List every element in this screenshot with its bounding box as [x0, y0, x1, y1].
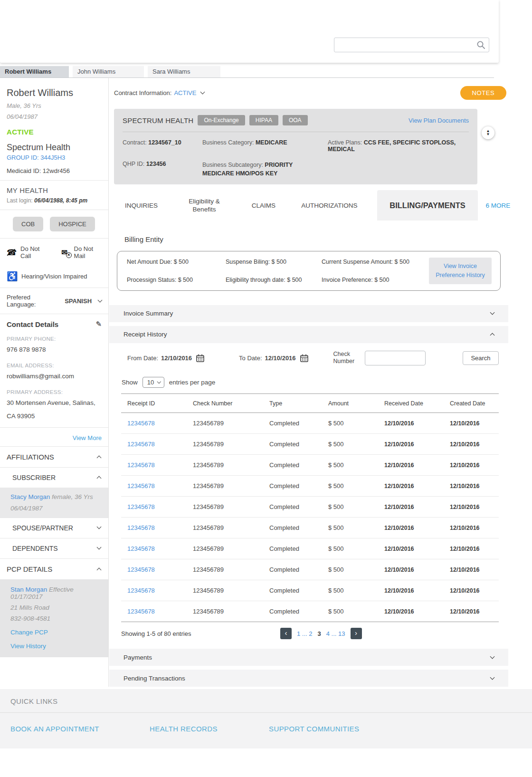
to-date-field[interactable]: To Date: 12/10/2016	[239, 354, 308, 362]
tab-6-more[interactable]: 6 MORE	[478, 190, 518, 221]
type-cell: Completed	[269, 461, 328, 469]
pcp-details-header[interactable]: PCP DETAILS	[0, 558, 108, 579]
page-links-right[interactable]: 4 ... 13	[326, 630, 345, 637]
from-date-value: 12/10/2016	[161, 355, 192, 362]
receipt-id-link[interactable]: 12345678	[127, 545, 193, 552]
group-id-link[interactable]: GROUP ID: 344J5H3	[7, 154, 102, 161]
edit-contact-icon[interactable]: ✎	[95, 320, 102, 328]
calendar-icon[interactable]	[196, 354, 204, 362]
tab-authorizations[interactable]: AUTHORIZATIONS	[292, 190, 367, 221]
expand-collapse-button[interactable]: ▲ ▼	[482, 126, 494, 139]
receipt-id-link[interactable]: 12345678	[127, 461, 193, 469]
view-history-link[interactable]: View History	[10, 643, 102, 650]
receipt-id-link[interactable]: 12345678	[127, 503, 193, 510]
affiliations-header[interactable]: AFFILIATIONS	[0, 446, 108, 467]
table-row: 12345678123456789Completed$ 50012/10/201…	[121, 518, 499, 538]
subscriber-header[interactable]: SUBSCRIBER	[0, 467, 108, 488]
receipt-id-link[interactable]: 12345678	[127, 524, 193, 531]
next-page-button[interactable]: ›	[351, 628, 362, 639]
member-status: ACTIVE	[7, 128, 102, 136]
receipt-table: Receipt ID Check Number Type Amount Rece…	[121, 393, 499, 645]
divider	[0, 314, 108, 314]
search-input[interactable]	[334, 38, 489, 52]
field-business-subcategory: Business Subcategory: PRIORITY MEDICARE …	[202, 161, 321, 178]
receipt-id-link[interactable]: 12345678	[127, 566, 193, 573]
view-invoice-preference-history-button[interactable]: View Invoice Preference History	[429, 258, 492, 284]
pagination: ‹ 1 ... 2 3 4 ... 13 ›	[280, 628, 362, 639]
check-number-cell: 123456789	[193, 524, 269, 531]
field-label: Contract:	[123, 139, 147, 146]
created-date-cell: 12/10/2016	[450, 546, 499, 552]
receipt-search-button[interactable]: Search	[463, 351, 499, 365]
tab-billing-payments[interactable]: BILLING/PAYMENTS	[377, 190, 478, 221]
net-amount-due: Net Amount Due: $ 500	[127, 259, 226, 265]
pcp-phone: 832-908-4581	[10, 615, 102, 622]
divider	[0, 180, 108, 181]
created-date-cell: 12/10/2016	[450, 525, 499, 531]
pending-transactions-accordion[interactable]: Pending Transactions	[109, 670, 508, 687]
preferred-language-dropdown[interactable]: Prefered Language: SPANISH	[7, 294, 102, 308]
from-date-field[interactable]: From Date: 12/10/2016	[127, 354, 204, 362]
subscriber-name-link[interactable]: Stacy Morgan	[10, 493, 50, 500]
created-date-cell: 12/10/2016	[450, 566, 499, 573]
receipt-id-link[interactable]: 12345678	[127, 420, 193, 427]
tab-inquiries[interactable]: INQUIRIES	[109, 190, 173, 221]
current-page: 3	[318, 630, 321, 637]
member-tab-robert-williams[interactable]: Robert Williams	[0, 66, 69, 77]
receipt-id-link[interactable]: 12345678	[127, 441, 193, 448]
chevron-down-icon	[490, 675, 495, 680]
amount-cell: $ 500	[328, 461, 384, 469]
prev-page-button[interactable]: ‹	[280, 628, 292, 639]
member-tab-john-williams[interactable]: John Williams	[73, 66, 144, 77]
type-cell: Completed	[269, 420, 328, 427]
receipt-id-link[interactable]: 12345678	[127, 587, 193, 594]
field-value: 1234567_10	[148, 139, 181, 146]
check-number-cell: 123456789	[193, 587, 269, 594]
spouse-partner-header[interactable]: SPOUSE/PARTNER	[0, 518, 108, 538]
change-pcp-link[interactable]: Change PCP	[10, 629, 102, 636]
notes-button[interactable]: NOTES	[460, 86, 506, 100]
impaired-label: Hearing/Vision Impaired	[21, 273, 87, 280]
view-plan-documents-link[interactable]: View Plan Documents	[408, 117, 469, 124]
invoice-summary-accordion[interactable]: Invoice Summary	[109, 305, 508, 322]
contact-details-title: Contact Details	[7, 320, 58, 328]
hospice-button[interactable]: HOSPICE	[50, 217, 95, 231]
view-more-link[interactable]: View More	[0, 433, 108, 441]
health-records-link[interactable]: HEALTH RECORDS	[150, 725, 218, 733]
received-date-cell: 12/10/2016	[384, 441, 450, 448]
type-cell: Completed	[269, 441, 328, 448]
support-communities-link[interactable]: SUPPORT COMMUNITIES	[269, 725, 359, 733]
chevron-down-icon	[490, 310, 495, 315]
member-tab-sara-williams[interactable]: Sara Williams	[148, 66, 220, 77]
type-cell: Completed	[269, 524, 328, 531]
page-links-left[interactable]: 1 ... 2	[297, 630, 313, 637]
receipt-id-link[interactable]: 12345678	[127, 482, 193, 489]
calendar-icon[interactable]	[300, 354, 308, 362]
receipt-history-accordion[interactable]: Receipt History	[109, 326, 508, 343]
payments-accordion[interactable]: Payments	[109, 649, 508, 666]
member-sidebar: Robert Williams Male, 36 Yrs 06/04/1987 …	[0, 78, 109, 687]
tab-claims[interactable]: CLAIMS	[235, 190, 292, 221]
divider	[0, 238, 108, 239]
check-number-cell: 123456789	[193, 461, 269, 469]
col-receipt-id: Receipt ID	[127, 400, 193, 407]
created-date-cell: 12/10/2016	[450, 441, 499, 448]
member-dob: 06/04/1987	[7, 113, 102, 120]
member-plan-name: Spectrum Health	[7, 143, 102, 153]
receipt-id-link[interactable]: 12345678	[127, 608, 193, 615]
tab-eligibility-benefits[interactable]: Eligibility & Benefits	[173, 190, 235, 221]
type-cell: Completed	[269, 482, 328, 489]
top-header	[0, 0, 499, 63]
chevron-down-icon	[97, 545, 102, 550]
dependents-header[interactable]: DEPENDENTS	[0, 538, 108, 558]
check-number-label: Check Number	[333, 351, 360, 365]
amount-cell: $ 500	[328, 420, 384, 427]
book-appointment-link[interactable]: BOOK AN APPOINTMENT	[10, 725, 99, 733]
page-size-select[interactable]: 10	[142, 377, 164, 388]
check-number-input[interactable]	[365, 351, 426, 365]
cob-button[interactable]: COB	[13, 217, 43, 231]
chevron-down-icon	[490, 654, 495, 659]
pcp-name-link[interactable]: Stan Morgan	[10, 586, 47, 593]
contract-status-dropdown[interactable]: ACTIVE	[174, 89, 196, 96]
check-number-cell: 123456789	[193, 545, 269, 552]
